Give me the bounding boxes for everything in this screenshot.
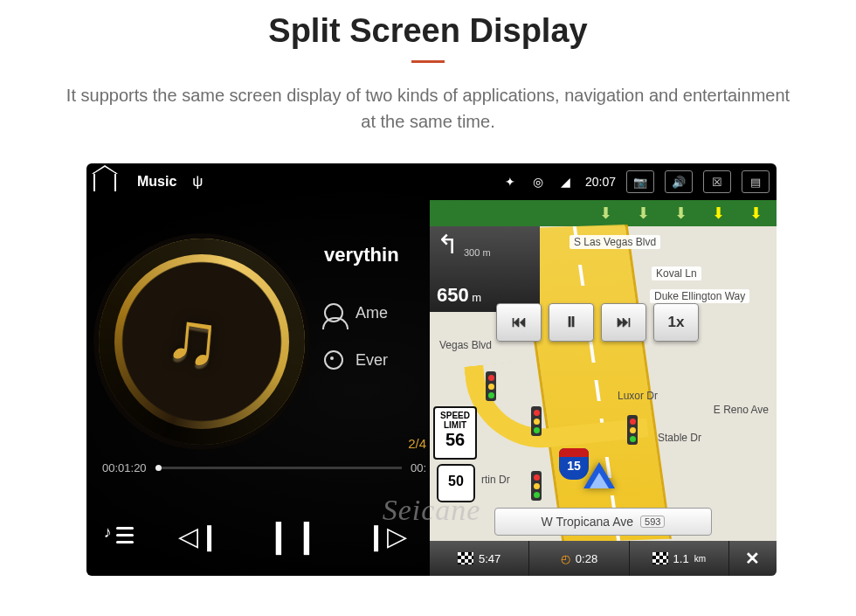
nav-media-controls: ⏮ ⏸ ⏭ 1x xyxy=(496,303,699,342)
album-name: Ever xyxy=(356,351,388,370)
street-label: Vegas Blvd xyxy=(435,338,496,352)
nav-next-button[interactable]: ⏭ xyxy=(601,303,646,342)
music-pane: ♫ verythin Ame Ever 2/4 00:01:20 00: ◁❙ … xyxy=(86,200,430,576)
bluetooth-icon: ✦ xyxy=(501,173,519,190)
app-title: Music xyxy=(137,174,176,190)
lane-arrow-icon: ⬇ xyxy=(674,204,687,223)
lane-arrow-icon: ⬇ xyxy=(599,204,612,223)
navigation-pane[interactable]: ⬇ ⬇ ⬇ ⬇ ⬇ ↰ 300 m 650 m S Las Vegas Blvd… xyxy=(430,200,777,576)
album-icon xyxy=(324,350,343,370)
nav-pause-button[interactable]: ⏸ xyxy=(549,303,594,342)
home-icon[interactable] xyxy=(93,172,116,191)
page-subtitle: It supports the same screen display of t… xyxy=(63,82,793,135)
street-label: Stable Dr xyxy=(653,431,706,445)
turn-sub-distance: 300 m xyxy=(464,247,491,258)
distance-segment[interactable]: 1.1 km xyxy=(630,541,729,576)
turn-left-icon: ↰ xyxy=(437,232,459,258)
device-screen: Music ψ ✦ ◎ ◢ 20:07 📷 🔊 ☒ ▤ ♫ verythin A… xyxy=(86,163,777,576)
speed-limit-label: SPEED LIMIT xyxy=(435,411,475,430)
vehicle-cursor-icon xyxy=(583,462,615,488)
artist-icon xyxy=(324,303,343,322)
checkered-flag-icon xyxy=(652,552,668,564)
location-icon: ◎ xyxy=(529,173,547,190)
lane-arrow-icon: ⬇ xyxy=(637,204,650,223)
triptime-value: 0:28 xyxy=(576,552,597,565)
street-label: Luxor Dr xyxy=(613,389,662,403)
distance-unit: km xyxy=(694,554,706,564)
nav-prev-button[interactable]: ⏮ xyxy=(496,303,542,342)
clock-icon: ◴ xyxy=(561,552,570,565)
street-label: Koval Ln xyxy=(652,266,701,280)
nav-speed-button[interactable]: 1x xyxy=(653,303,699,342)
triptime-segment[interactable]: ◴ 0:28 xyxy=(529,541,629,576)
turn-main-distance: 650 xyxy=(437,284,469,306)
street-label: Duke Ellington Way xyxy=(650,289,749,303)
music-controls: ◁❙ ❙❙ ❙▷ xyxy=(86,495,430,576)
artist-name: Ame xyxy=(356,304,388,322)
status-bar: Music ψ ✦ ◎ ◢ 20:07 📷 🔊 ☒ ▤ xyxy=(86,163,777,200)
clock: 20:07 xyxy=(585,175,616,189)
lane-guidance-bar: ⬇ ⬇ ⬇ ⬇ ⬇ xyxy=(430,200,777,226)
next-track-button[interactable]: ❙▷ xyxy=(365,521,407,551)
splitscreen-button[interactable]: ▤ xyxy=(742,170,770,193)
song-title: verythin xyxy=(324,244,399,266)
page-title: Split Screen Display xyxy=(0,12,856,50)
distance-value: 1.1 xyxy=(673,552,689,565)
street-label: E Reno Ave xyxy=(709,403,773,417)
nav-close-button[interactable]: ✕ xyxy=(729,541,777,576)
nav-bottom-bar: 5:47 ◴ 0:28 1.1 km ✕ xyxy=(430,541,777,576)
pause-button[interactable]: ❙❙ xyxy=(265,516,321,555)
track-index: 2/4 xyxy=(408,436,426,451)
route-shield: 50 xyxy=(437,464,475,502)
seek-track[interactable] xyxy=(155,467,402,469)
title-underline xyxy=(411,60,445,63)
current-street-name: W Tropicana Ave xyxy=(542,515,634,529)
current-street-badge: 593 xyxy=(640,516,665,528)
prev-track-button[interactable]: ◁❙ xyxy=(178,521,220,551)
traffic-light-icon xyxy=(531,471,542,501)
usb-icon: ψ xyxy=(192,173,203,190)
speed-limit-sign: SPEED LIMIT 56 xyxy=(433,406,477,460)
time-total: 00: xyxy=(411,461,426,474)
playlist-button[interactable] xyxy=(109,525,134,546)
current-street-bar: W Tropicana Ave 593 xyxy=(494,508,712,536)
lane-arrow-icon: ⬇ xyxy=(712,204,725,223)
turn-main-unit: m xyxy=(472,291,481,304)
checkered-flag-icon xyxy=(458,552,473,564)
turn-instruction: ↰ 300 m 650 m xyxy=(430,226,540,312)
time-elapsed: 00:01:20 xyxy=(102,461,147,474)
volume-button[interactable]: 🔊 xyxy=(665,170,693,193)
seek-bar[interactable]: 00:01:20 00: xyxy=(102,459,426,476)
speed-limit-value: 56 xyxy=(435,430,475,449)
street-label: S Las Vegas Blvd xyxy=(570,235,660,249)
eta-value: 5:47 xyxy=(479,552,500,565)
traffic-light-icon xyxy=(531,406,542,436)
eta-segment[interactable]: 5:47 xyxy=(430,541,529,576)
music-note-icon: ♫ xyxy=(162,296,224,381)
lane-arrow-icon: ⬇ xyxy=(749,204,763,223)
screenshot-button[interactable]: 📷 xyxy=(626,170,654,193)
wifi-icon: ◢ xyxy=(557,173,575,190)
street-label: rtin Dr xyxy=(477,473,514,487)
traffic-light-icon xyxy=(486,371,496,401)
traffic-light-icon xyxy=(627,415,638,445)
close-app-button[interactable]: ☒ xyxy=(703,170,731,193)
